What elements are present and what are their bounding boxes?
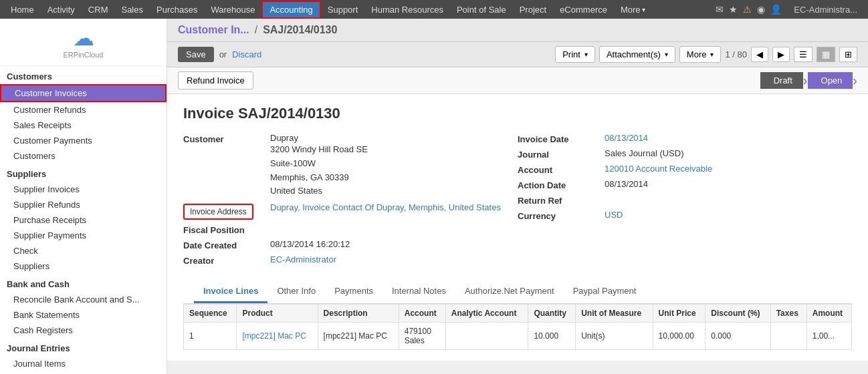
navbar-item-activity[interactable]: Activity [41, 2, 82, 17]
star-icon[interactable]: ★ [729, 4, 738, 15]
print-button[interactable]: Print ▾ [555, 46, 595, 63]
sidebar-item-purchase-receipts[interactable]: Purchase Receipts [0, 212, 167, 228]
navbar-item-warehouse[interactable]: Warehouse [204, 2, 261, 17]
toolbar-right-group: Print ▾ Attachment(s) ▾ More ▾ 1 / 80 ◀ … [555, 46, 857, 63]
navbar-item-accounting[interactable]: Accounting [261, 1, 320, 19]
list-view-button[interactable]: ☰ [794, 47, 812, 62]
status-step-draft: Draft [760, 72, 803, 89]
creator-label: Creator [183, 254, 270, 266]
sidebar-item-customers[interactable]: Customers [0, 148, 167, 164]
account-value[interactable]: 120010 Account Receivable [605, 164, 852, 174]
cell-product[interactable]: [mpc221] Mac PC [237, 323, 318, 350]
tab-other-info[interactable]: Other Info [267, 280, 325, 303]
navbar-item-sales[interactable]: Sales [114, 2, 150, 17]
status-flow: Draft › Open › [760, 72, 857, 89]
cell-description: [mpc221] Mac PC [318, 323, 399, 350]
status-arrow-icon: › [803, 73, 808, 88]
app-icon[interactable]: ◉ [757, 4, 765, 15]
account-row: Account 120010 Account Receivable [518, 164, 852, 175]
logo: ☁ ERPinCloud [0, 19, 167, 66]
sidebar-item-check[interactable]: Check [0, 243, 167, 258]
mail-icon[interactable]: ✉ [716, 4, 724, 15]
navbar: Home Activity CRM Sales Purchases Wareho… [0, 0, 868, 19]
cell-amount: 1,00... [806, 323, 851, 350]
cell-discount: 0.000 [706, 323, 770, 350]
currency-value[interactable]: USD [605, 210, 852, 220]
sidebar-item-journal-items[interactable]: Journal Items [0, 356, 167, 371]
invoice-date-value: 08/13/2014 [605, 133, 852, 143]
navbar-item-hr[interactable]: Human Resources [364, 2, 450, 17]
refund-invoice-button[interactable]: Refund Invoice [178, 71, 253, 89]
user-label: EC-Administra... [787, 2, 864, 17]
tab-payments[interactable]: Payments [325, 280, 383, 303]
sidebar-item-customer-refunds[interactable]: Customer Refunds [0, 102, 167, 118]
journal-row: Journal Sales Journal (USD) [518, 148, 852, 160]
col-discount: Discount (%) [706, 305, 770, 323]
tab-internal-notes[interactable]: Internal Notes [383, 280, 455, 303]
form-right: Invoice Date 08/13/2014 Journal Sales Jo… [518, 133, 852, 270]
customer-name-link[interactable]: Dupray [270, 133, 518, 143]
invoice-address-value[interactable]: Dupray, Invoice Contact Of Dupray, Memph… [270, 202, 518, 212]
tab-authorize-net[interactable]: Authorize.Net Payment [455, 280, 564, 303]
cell-quantity: 10.000 [528, 323, 576, 350]
attachments-caret-icon: ▾ [665, 51, 668, 58]
sidebar-item-bank-statements[interactable]: Bank Statements [0, 307, 167, 323]
currency-row: Currency USD [518, 210, 852, 221]
customer-value: Dupray 3200 Windy Hill Road SE Suite-100… [270, 133, 518, 198]
breadcrumb-parent[interactable]: Customer In... [178, 24, 249, 36]
chevron-down-icon: ▾ [642, 6, 645, 13]
sidebar-item-supplier-invoices[interactable]: Supplier Invoices [0, 182, 167, 197]
navbar-item-project[interactable]: Project [513, 2, 553, 17]
customer-label: Customer [183, 133, 270, 144]
cell-analytic-account [445, 323, 528, 350]
sidebar-item-suppliers[interactable]: Suppliers [0, 258, 167, 274]
status-arrow-end-icon: › [853, 73, 857, 88]
invoice-address-label: Invoice Address [183, 202, 270, 220]
main-layout: ☁ ERPinCloud Customers Customer Invoices… [0, 19, 868, 374]
col-unit-price: Unit Price [653, 305, 706, 323]
sidebar-item-supplier-refunds[interactable]: Supplier Refunds [0, 197, 167, 212]
journal-value: Sales Journal (USD) [605, 148, 852, 158]
breadcrumb-current: SAJ/2014/0130 [263, 24, 337, 36]
print-caret-icon: ▾ [584, 51, 588, 58]
form-view-button[interactable]: ▦ [817, 47, 835, 62]
form-grid: Customer Dupray 3200 Windy Hill Road SE … [183, 133, 852, 270]
navbar-item-ecommerce[interactable]: eCommerce [553, 2, 614, 17]
navbar-item-home[interactable]: Home [4, 2, 41, 17]
invoice-date-row: Invoice Date 08/13/2014 [518, 133, 852, 144]
attachments-button[interactable]: Attachment(s) ▾ [599, 46, 675, 63]
navbar-item-pos[interactable]: Point of Sale [450, 2, 513, 17]
invoice-address-button[interactable]: Invoice Address [183, 204, 253, 220]
sidebar-item-sales-receipts[interactable]: Sales Receipts [0, 118, 167, 133]
sidebar-item-supplier-payments[interactable]: Supplier Payments [0, 228, 167, 243]
sidebar-item-reconcile[interactable]: Reconcile Bank Account and S... [0, 292, 167, 307]
invoice-address-row: Invoice Address Dupray, Invoice Contact … [183, 202, 518, 220]
next-page-button[interactable]: ▶ [772, 47, 790, 62]
invoice-date-label: Invoice Date [518, 133, 605, 144]
sidebar-item-customer-invoices[interactable]: Customer Invoices [0, 84, 167, 102]
sidebar-item-customer-payments[interactable]: Customer Payments [0, 133, 167, 148]
alert-icon[interactable]: ⚠ [743, 4, 752, 15]
tab-paypal[interactable]: Paypal Payment [564, 280, 646, 303]
creator-value[interactable]: EC-Administrator [270, 254, 518, 264]
kanban-view-button[interactable]: ⊞ [839, 47, 857, 62]
date-created-row: Date Created 08/13/2014 16:20:12 [183, 239, 518, 250]
sidebar-item-cash-registers[interactable]: Cash Registers [0, 323, 167, 338]
col-product: Product [237, 305, 318, 323]
save-button[interactable]: Save [178, 47, 214, 62]
navbar-item-crm[interactable]: CRM [82, 2, 115, 17]
navbar-item-purchases[interactable]: Purchases [150, 2, 204, 17]
prev-page-button[interactable]: ◀ [751, 47, 768, 62]
col-amount: Amount [806, 305, 851, 323]
form-left: Customer Dupray 3200 Windy Hill Road SE … [183, 133, 518, 270]
tab-invoice-lines[interactable]: Invoice Lines [194, 280, 267, 303]
discard-button[interactable]: Discard [232, 49, 261, 59]
navbar-item-support[interactable]: Support [321, 2, 365, 17]
avatar[interactable]: 👤 [770, 4, 782, 15]
navbar-item-more[interactable]: More ▾ [614, 2, 652, 17]
col-taxes: Taxes [770, 305, 806, 323]
invoice-title: Invoice SAJ/2014/0130 [183, 105, 852, 122]
cell-unit-price: 10,000.00 [653, 323, 706, 350]
col-quantity: Quantity [528, 305, 576, 323]
more-button[interactable]: More ▾ [679, 46, 722, 63]
